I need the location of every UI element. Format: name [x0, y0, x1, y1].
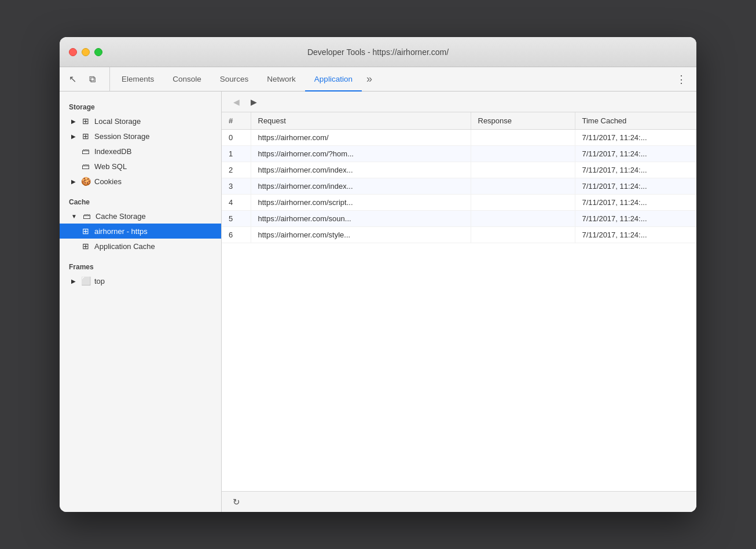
sidebar-item-top[interactable]: ▶ ⬜ top [60, 273, 221, 288]
local-storage-icon: ⊞ [80, 116, 91, 126]
cell-request: https://airhorner.com/soun... [251, 211, 471, 227]
panel: ◀ ▶ # Request [222, 92, 696, 512]
sidebar-item-cache-storage[interactable]: ▼ 🗃 Cache Storage [60, 208, 221, 224]
cell-num: 1 [222, 146, 251, 162]
back-button[interactable]: ◀ [229, 94, 244, 109]
devtools-window: Developer Tools - https://airhorner.com/… [60, 37, 696, 512]
sidebar-item-indexeddb[interactable]: 🗃 IndexedDB [60, 144, 221, 159]
websql-icon: 🗃 [80, 162, 91, 171]
more-tabs-button[interactable]: » [362, 67, 377, 91]
tab-network[interactable]: Network [258, 67, 305, 92]
cell-request: https://airhorner.com/ [251, 130, 471, 146]
col-header-request: Request [251, 112, 471, 130]
sidebar-item-local-storage[interactable]: ▶ ⊞ Local Storage [60, 114, 221, 129]
cell-time: 7/11/2017, 11:24:... [575, 227, 696, 243]
cache-storage-icon: 🗃 [82, 211, 92, 221]
refresh-button[interactable]: ↻ [229, 495, 244, 510]
window-title: Developer Tools - https://airhorner.com/ [307, 47, 449, 57]
titlebar: Developer Tools - https://airhorner.com/ [60, 37, 696, 67]
cell-num: 6 [222, 227, 251, 243]
cell-request: https://airhorner.com/index... [251, 178, 471, 195]
table-row[interactable]: 2 https://airhorner.com/index... 7/11/20… [222, 162, 696, 178]
device-icon[interactable]: ⧉ [84, 71, 100, 87]
panel-footer: ↻ [222, 491, 696, 512]
arrow-icon: ▶ [71, 178, 76, 185]
tab-elements[interactable]: Elements [112, 67, 163, 92]
cell-request: https://airhorner.com/script... [251, 195, 471, 211]
cache-table-container: # Request Response Time Cached [222, 112, 696, 491]
tabbar-icons: ↖ ⧉ [64, 67, 110, 91]
traffic-lights [69, 48, 102, 56]
tab-sources[interactable]: Sources [211, 67, 258, 92]
frames-section-label: Frames [60, 258, 221, 273]
tab-console[interactable]: Console [163, 67, 211, 92]
panel-toolbar: ◀ ▶ [222, 92, 696, 112]
sidebar-item-cookies[interactable]: ▶ 🍪 Cookies [60, 174, 221, 189]
arrow-icon: ▶ [71, 118, 76, 125]
cell-response [471, 162, 575, 178]
cell-time: 7/11/2017, 11:24:... [575, 211, 696, 227]
forward-button[interactable]: ▶ [246, 94, 261, 109]
cell-num: 3 [222, 178, 251, 195]
sidebar-item-websql[interactable]: 🗃 Web SQL [60, 159, 221, 174]
cell-request: https://airhorner.com/style... [251, 227, 471, 243]
main-content: Storage ▶ ⊞ Local Storage ▶ ⊞ Session St… [60, 92, 696, 512]
tabbar: ↖ ⧉ Elements Console Sources Network App… [60, 67, 696, 92]
close-button[interactable] [69, 48, 77, 56]
arrow-down-icon: ▼ [71, 213, 77, 219]
col-header-num: # [222, 112, 251, 130]
cell-num: 0 [222, 130, 251, 146]
cache-section-label: Cache [60, 193, 221, 208]
col-header-response: Response [471, 112, 575, 130]
cursor-icon[interactable]: ↖ [64, 71, 80, 87]
minimize-button[interactable] [82, 48, 90, 56]
sidebar-item-airhorner[interactable]: ⊞ airhorner - https [60, 224, 221, 239]
cell-time: 7/11/2017, 11:24:... [575, 162, 696, 178]
cell-response [471, 195, 575, 211]
frame-icon: ⬜ [80, 276, 91, 286]
cell-response [471, 130, 575, 146]
cell-num: 4 [222, 195, 251, 211]
cell-time: 7/11/2017, 11:24:... [575, 195, 696, 211]
session-storage-icon: ⊞ [80, 131, 91, 141]
table-row[interactable]: 3 https://airhorner.com/index... 7/11/20… [222, 178, 696, 195]
arrow-icon: ▶ [71, 133, 76, 140]
table-row[interactable]: 1 https://airhorner.com/?hom... 7/11/201… [222, 146, 696, 162]
col-header-time: Time Cached [575, 112, 696, 130]
storage-section-label: Storage [60, 98, 221, 114]
table-header-row: # Request Response Time Cached [222, 112, 696, 130]
cell-response [471, 227, 575, 243]
cell-num: 2 [222, 162, 251, 178]
indexeddb-icon: 🗃 [80, 147, 91, 156]
sidebar-item-session-storage[interactable]: ▶ ⊞ Session Storage [60, 129, 221, 144]
tab-application[interactable]: Application [305, 67, 362, 92]
airhorner-cache-icon: ⊞ [80, 226, 91, 236]
table-row[interactable]: 0 https://airhorner.com/ 7/11/2017, 11:2… [222, 130, 696, 146]
cell-time: 7/11/2017, 11:24:... [575, 178, 696, 195]
cell-response [471, 211, 575, 227]
cache-table: # Request Response Time Cached [222, 112, 696, 243]
cookies-icon: 🍪 [80, 177, 91, 186]
cell-response [471, 146, 575, 162]
sidebar: Storage ▶ ⊞ Local Storage ▶ ⊞ Session St… [60, 92, 222, 512]
arrow-icon: ▶ [71, 278, 76, 284]
cell-num: 5 [222, 211, 251, 227]
table-row[interactable]: 4 https://airhorner.com/script... 7/11/2… [222, 195, 696, 211]
sidebar-item-app-cache[interactable]: ⊞ Application Cache [60, 239, 221, 254]
cell-request: https://airhorner.com/index... [251, 162, 471, 178]
tabbar-end: ⋮ [673, 67, 696, 91]
cell-time: 7/11/2017, 11:24:... [575, 146, 696, 162]
kebab-menu-button[interactable]: ⋮ [673, 71, 689, 87]
cell-request: https://airhorner.com/?hom... [251, 146, 471, 162]
maximize-button[interactable] [94, 48, 102, 56]
table-row[interactable]: 6 https://airhorner.com/style... 7/11/20… [222, 227, 696, 243]
app-cache-icon: ⊞ [80, 241, 91, 251]
cell-time: 7/11/2017, 11:24:... [575, 130, 696, 146]
cell-response [471, 178, 575, 195]
table-row[interactable]: 5 https://airhorner.com/soun... 7/11/201… [222, 211, 696, 227]
